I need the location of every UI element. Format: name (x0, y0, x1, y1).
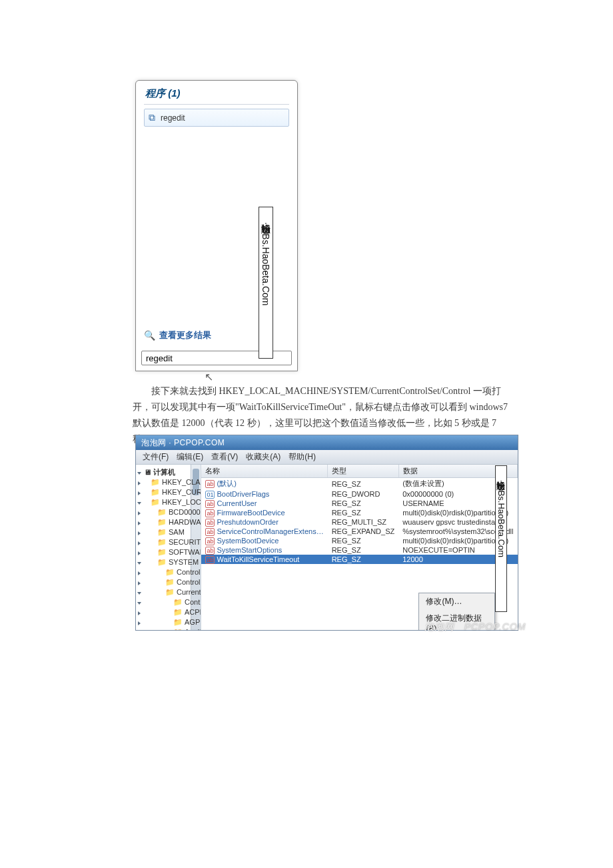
menu-help[interactable]: 帮助(H) (289, 451, 316, 463)
registry-value-list[interactable]: 名称 类型 数据 ab(默认)REG_SZ(数值未设置)01BootDriver… (201, 465, 518, 630)
tree-ccs1[interactable]: 📁ControlSet001 (136, 567, 201, 577)
folder-icon: 📁 (173, 608, 183, 616)
tree-hkcu[interactable]: 📁HKEY_CURRENT_USER (136, 487, 201, 497)
folder-icon: 📁 (157, 548, 167, 556)
search-result-label: regedit (161, 113, 185, 123)
footer-wm-en: PCPOP.COM (464, 621, 526, 632)
tree-label: ACPI (185, 608, 201, 616)
menu-fav[interactable]: 收藏夹(A) (246, 451, 281, 463)
divider (144, 104, 289, 105)
value-type-icon: ab (205, 519, 215, 527)
col-type[interactable]: 类型 (328, 465, 399, 478)
tree-label: SAM (169, 528, 185, 536)
value-row[interactable]: abWaitToKillServiceTimeoutREG_SZ12000 (201, 555, 517, 564)
tree-label: CurrentControlSet (177, 588, 201, 596)
tree-hklm[interactable]: 📁HKEY_LOCAL_MACHINE (136, 497, 201, 507)
start-menu-header: 程序 (1) (136, 81, 297, 103)
value-name: WaitToKillServiceTimeout (217, 555, 299, 563)
value-name: CurrentUser (217, 499, 257, 507)
value-name: ServiceControlManagerExtens… (217, 527, 323, 535)
search-result-regedit[interactable]: ⧉ regedit (144, 109, 289, 127)
tree-label: Control (185, 598, 201, 606)
folder-icon: 📁 (173, 618, 183, 626)
tree-label: HKEY_CURRENT_USER (162, 488, 201, 496)
tree-sys[interactable]: 📁SYSTEM (136, 557, 201, 567)
value-name: BootDriverFlags (217, 490, 269, 498)
value-type: REG_SZ (328, 555, 399, 564)
ctx-modify[interactable]: 修改(M)… (419, 593, 494, 610)
tree-soft[interactable]: 📁SOFTWARE (136, 547, 201, 557)
tree-label: BCD00000000 (169, 508, 201, 516)
regedit-menubar: 文件(F) 编辑(E) 查看(V) 收藏夹(A) 帮助(H) (136, 450, 518, 465)
value-type: REG_SZ (328, 545, 399, 555)
value-row[interactable]: abServiceControlManagerExtens…REG_EXPAND… (201, 527, 517, 536)
value-row[interactable]: abSystemBootDeviceREG_SZmulti(0)disk(0)r… (201, 536, 517, 545)
watermark-dot: · (265, 217, 267, 228)
tree-root[interactable]: 🖥 计算机 (136, 467, 201, 477)
tree-label: HARDWARE (169, 518, 201, 526)
see-more-results-link[interactable]: 🔍 查看更多结果 (144, 329, 211, 341)
tree-ccs[interactable]: 📁CurrentControlSet (136, 587, 201, 597)
tree-root-label: 计算机 (153, 468, 175, 476)
tree-label: SOFTWARE (169, 548, 201, 556)
value-type-icon: ab (205, 537, 215, 545)
menu-file[interactable]: 文件(F) (143, 451, 169, 463)
value-row[interactable]: ab(默认)REG_SZ(数值未设置) (201, 478, 517, 490)
value-type: REG_SZ (328, 536, 399, 545)
value-name: PreshutdownOrder (217, 518, 278, 526)
value-name: (默认) (217, 479, 236, 487)
folder-icon: 📁 (151, 498, 160, 506)
tree-label: HKEY_LOCAL_MACHINE (162, 498, 201, 506)
value-name: SystemBootDevice (217, 537, 279, 545)
folder-icon: 📁 (157, 558, 167, 566)
search-icon: 🔍 (144, 330, 155, 341)
cursor-icon: ↖ (205, 371, 213, 383)
watermark-dot: · (500, 475, 502, 485)
value-type-icon: ab (205, 556, 215, 564)
value-row[interactable]: abFirmwareBootDeviceREG_SZmulti(0)disk(0… (201, 508, 517, 517)
tree-hkcr[interactable]: 📁HKEY_CLASSES_ROOT (136, 477, 201, 487)
value-type-icon: ab (205, 547, 215, 555)
tree-agp[interactable]: 📁AGP (136, 617, 201, 627)
tree-appid[interactable]: 📁AppID (136, 627, 201, 630)
folder-icon: 📁 (151, 478, 160, 486)
value-row[interactable]: abPreshutdownOrderREG_MULTI_SZwuauserv g… (201, 517, 517, 527)
menu-view[interactable]: 查看(V) (211, 451, 238, 463)
folder-icon: 📁 (165, 588, 175, 596)
tree-label: ControlSet002 (177, 578, 201, 586)
tree-label: SECURITY (169, 538, 201, 546)
value-name: SystemStartOptions (217, 546, 282, 554)
tree-sam[interactable]: 📁SAM (136, 527, 201, 537)
value-type-icon: ab (205, 528, 215, 536)
folder-icon: 📁 (165, 578, 175, 586)
col-name[interactable]: 名称 (201, 465, 327, 478)
value-type: REG_SZ (328, 499, 399, 508)
menu-edit[interactable]: 编辑(E) (177, 451, 203, 463)
folder-icon: 📁 (173, 598, 183, 606)
tree-ccs2[interactable]: 📁ControlSet002 (136, 577, 201, 587)
value-type-icon: ab (205, 500, 215, 508)
watermark-en: BBs.HaoBeta.Com (497, 485, 506, 557)
folder-icon: 📁 (157, 538, 167, 546)
value-row[interactable]: 01BootDriverFlagsREG_DWORD0x00000000 (0) (201, 489, 517, 499)
folder-icon: 📁 (157, 528, 167, 536)
footer-watermark: 泡泡网 PCPOP.COM (424, 621, 526, 633)
tree-label: AppID (185, 628, 201, 630)
folder-icon: 📁 (157, 508, 167, 516)
tree-bcd[interactable]: 📁BCD00000000 (136, 507, 201, 517)
folder-icon: 📁 (165, 568, 175, 576)
registry-tree[interactable]: 🖥 计算机 📁HKEY_CLASSES_ROOT 📁HKEY_CURRENT_U… (136, 465, 201, 630)
value-type: REG_SZ (328, 478, 399, 490)
value-row[interactable]: abCurrentUserREG_SZUSERNAME (201, 499, 517, 508)
folder-icon: 📁 (173, 628, 183, 630)
regedit-window: 泡泡网 · PCPOP.COM 文件(F) 编辑(E) 查看(V) 收藏夹(A)… (135, 435, 518, 631)
tree-acpi[interactable]: 📁ACPI (136, 607, 201, 617)
folder-icon: 📁 (151, 488, 160, 496)
tree-label: ControlSet001 (177, 568, 201, 576)
value-row[interactable]: abSystemStartOptionsREG_SZNOEXECUTE=OPTI… (201, 545, 517, 555)
footer-wm-cn: 泡泡网 (424, 621, 454, 632)
tree-control[interactable]: 📁Control (136, 597, 201, 607)
regedit-icon: ⧉ (149, 112, 155, 123)
tree-hw[interactable]: 📁HARDWARE (136, 517, 201, 527)
tree-sec[interactable]: 📁SECURITY (136, 537, 201, 547)
